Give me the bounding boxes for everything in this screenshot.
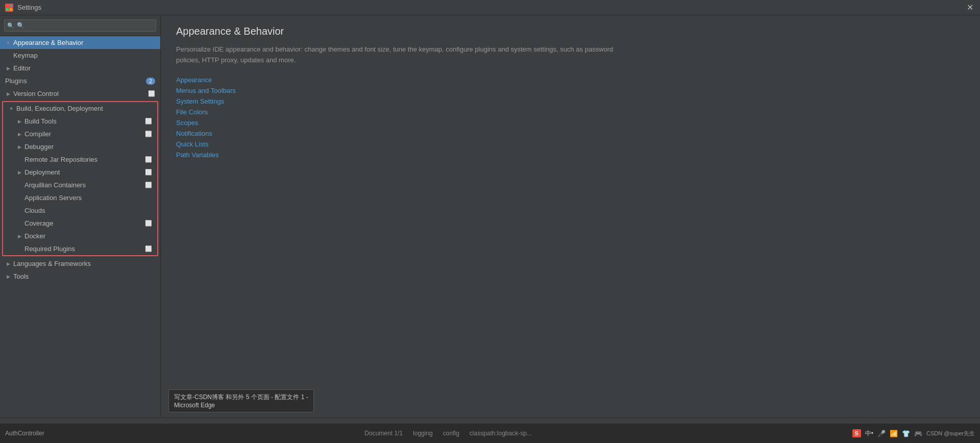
sidebar-item-debugger[interactable]: Debugger xyxy=(3,140,157,153)
taskbar-status-1: Document 1/1 xyxy=(364,430,403,437)
arrow-compiler xyxy=(16,131,22,137)
arquillian-copy-icon: ⬜ xyxy=(145,182,152,188)
sidebar-item-languages[interactable]: Languages & Frameworks xyxy=(0,257,160,270)
title-bar: Settings ✕ xyxy=(0,0,980,15)
sidebar-item-application-servers[interactable]: Application Servers xyxy=(3,191,157,204)
sidebar-item-plugins[interactable]: Plugins 2 xyxy=(0,75,160,87)
sidebar-label-required-plugins: Required Plugins xyxy=(24,245,75,253)
window-title: Settings xyxy=(17,4,41,11)
taskbar-left: AuthController xyxy=(5,430,44,437)
arrow-debugger xyxy=(16,144,22,150)
sidebar-label-appearance-behavior: Appearance & Behavior xyxy=(13,39,83,46)
sidebar-label-keymap: Keymap xyxy=(13,52,38,59)
taskbar-icon-shirt[interactable]: 👕 xyxy=(902,430,910,437)
search-input[interactable] xyxy=(4,19,156,32)
remote-jar-copy-icon: ⬜ xyxy=(145,156,152,163)
content-title: Appearance & Behavior xyxy=(176,26,965,37)
content-description: Personalize IDE appearance and behavior:… xyxy=(176,44,635,66)
taskbar-center: Document 1/1 logging config classpath:lo… xyxy=(364,430,532,437)
svg-rect-1 xyxy=(10,5,12,7)
link-system-settings[interactable]: System Settings xyxy=(176,97,965,105)
sidebar: 🔍 Appearance & Behavior Keymap Editor Pl… xyxy=(0,15,161,417)
arrow-editor xyxy=(5,65,11,71)
svg-rect-2 xyxy=(6,8,9,11)
sidebar-item-coverage[interactable]: Coverage ⬜ xyxy=(3,217,157,230)
link-path-variables[interactable]: Path Variables xyxy=(176,151,965,159)
arrow-docker xyxy=(16,233,22,239)
sidebar-label-debugger: Debugger xyxy=(24,143,54,151)
svg-rect-0 xyxy=(6,5,9,7)
sidebar-item-clouds[interactable]: Clouds xyxy=(3,204,157,217)
arrow-deployment xyxy=(16,169,22,176)
arrow-build xyxy=(8,106,14,112)
taskbar-csdn-user: CSDN @super先生 xyxy=(926,430,975,437)
search-icon: 🔍 xyxy=(7,22,14,29)
arrow-appearance-behavior xyxy=(5,40,11,46)
taskbar-icon-game[interactable]: 🎮 xyxy=(914,430,922,437)
sidebar-label-deployment: Deployment xyxy=(24,168,60,176)
link-file-colors[interactable]: File Colors xyxy=(176,108,965,116)
sidebar-label-languages: Languages & Frameworks xyxy=(13,260,91,267)
sidebar-label-compiler: Compiler xyxy=(24,130,51,138)
sidebar-item-remote-jar[interactable]: Remote Jar Repositories ⬜ xyxy=(3,153,157,166)
sidebar-label-remote-jar: Remote Jar Repositories xyxy=(24,156,97,163)
taskbar-user-label: 中• xyxy=(865,429,873,438)
taskbar-auth-controller: AuthController xyxy=(5,430,44,437)
link-quick-lists[interactable]: Quick Lists xyxy=(176,140,965,148)
taskbar-icon-mic[interactable]: 🎤 xyxy=(877,430,886,437)
sidebar-label-application-servers: Application Servers xyxy=(24,194,82,202)
sidebar-label-tools: Tools xyxy=(13,273,29,280)
taskbar: AuthController Document 1/1 logging conf… xyxy=(0,424,980,443)
link-menus-toolbars[interactable]: Menus and Toolbars xyxy=(176,87,965,94)
sidebar-item-build-execution[interactable]: Build, Execution, Deployment xyxy=(3,102,157,115)
sidebar-item-deployment[interactable]: Deployment ⬜ xyxy=(3,166,157,179)
content-area: Appearance & Behavior Personalize IDE ap… xyxy=(161,15,980,417)
tooltip-line1: 写文章-CSDN博客 和另外 5 个页面 - 配置文件 1 - xyxy=(174,393,308,402)
plugins-badge: 2 xyxy=(146,78,155,85)
sidebar-label-coverage: Coverage xyxy=(24,219,53,227)
tooltip-box: 写文章-CSDN博客 和另外 5 个页面 - 配置文件 1 - Microsof… xyxy=(168,389,314,412)
content-links: Appearance Menus and Toolbars System Set… xyxy=(176,76,965,159)
sidebar-item-required-plugins[interactable]: Required Plugins ⬜ xyxy=(3,242,157,255)
sidebar-item-editor[interactable]: Editor xyxy=(0,62,160,75)
taskbar-right: S 中• 🎤 📶 👕 🎮 CSDN @super先生 xyxy=(852,429,975,438)
arrow-build-tools xyxy=(16,118,22,125)
sidebar-label-build: Build, Execution, Deployment xyxy=(16,105,103,112)
version-control-copy-icon: ⬜ xyxy=(148,90,155,97)
taskbar-status-2: logging xyxy=(413,430,433,437)
sidebar-item-version-control[interactable]: Version Control ⬜ xyxy=(0,87,160,100)
sidebar-item-tools[interactable]: Tools xyxy=(0,270,160,283)
required-plugins-copy-icon: ⬜ xyxy=(145,245,152,252)
main-container: 🔍 Appearance & Behavior Keymap Editor Pl… xyxy=(0,15,980,417)
build-tools-copy-icon: ⬜ xyxy=(145,118,152,125)
csdn-badge: S xyxy=(852,429,861,437)
sidebar-label-docker: Docker xyxy=(24,232,45,240)
sidebar-label-plugins: Plugins xyxy=(5,77,27,85)
taskbar-status-4: classpath:logback-sp... xyxy=(470,430,532,437)
app-icon xyxy=(5,4,13,12)
close-button[interactable]: ✕ xyxy=(965,3,975,13)
sidebar-item-arquillian[interactable]: Arquillian Containers ⬜ xyxy=(3,179,157,191)
arrow-version-control xyxy=(5,91,11,97)
sidebar-label-clouds: Clouds xyxy=(24,207,45,214)
sidebar-label-editor: Editor xyxy=(13,64,31,72)
deployment-copy-icon: ⬜ xyxy=(145,169,152,176)
sidebar-label-arquillian: Arquillian Containers xyxy=(24,181,86,189)
link-appearance[interactable]: Appearance xyxy=(176,76,965,84)
sidebar-item-appearance-behavior[interactable]: Appearance & Behavior xyxy=(0,36,160,49)
arrow-tools xyxy=(5,274,11,280)
sidebar-label-build-tools: Build Tools xyxy=(24,117,57,125)
sidebar-item-docker[interactable]: Docker xyxy=(3,230,157,242)
link-notifications[interactable]: Notifications xyxy=(176,130,965,137)
tooltip-line2: Microsoft Edge xyxy=(174,402,308,409)
build-section-highlight: Build, Execution, Deployment Build Tools… xyxy=(2,101,158,256)
sidebar-label-version-control: Version Control xyxy=(13,90,59,97)
sidebar-item-build-tools[interactable]: Build Tools ⬜ xyxy=(3,115,157,128)
sidebar-item-compiler[interactable]: Compiler ⬜ xyxy=(3,128,157,140)
taskbar-icon-network[interactable]: 📶 xyxy=(890,430,898,437)
sidebar-item-keymap[interactable]: Keymap xyxy=(0,49,160,62)
search-box: 🔍 xyxy=(0,15,160,36)
search-wrapper: 🔍 xyxy=(4,19,156,32)
svg-rect-3 xyxy=(10,8,12,11)
link-scopes[interactable]: Scopes xyxy=(176,119,965,127)
